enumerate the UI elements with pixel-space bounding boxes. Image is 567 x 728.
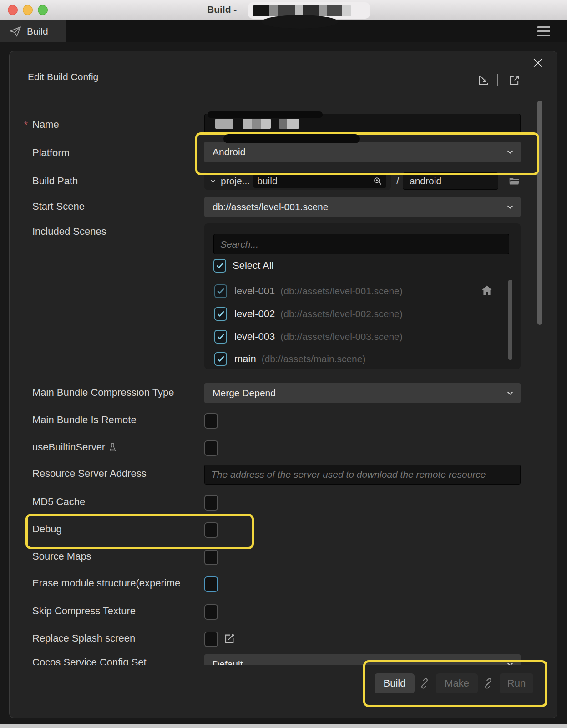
scene-checkbox[interactable]: [214, 330, 227, 344]
cocos-service-config-set-value: Default: [213, 659, 243, 665]
build-path-value: build: [257, 176, 373, 187]
included-scenes-panel: Select All level-001 (db://assets/level-…: [204, 223, 521, 369]
window-title: Build -: [207, 4, 237, 15]
edit-build-config-dialog: Edit Build Config * Name Platform Androi…: [9, 51, 557, 718]
chevron-down-icon: [505, 147, 515, 157]
skip-compress-texture-checkbox[interactable]: [204, 604, 218, 620]
main-bundle-is-remote-checkbox[interactable]: [204, 413, 218, 429]
start-scene-select[interactable]: db://assets/level-001.scene: [204, 197, 521, 217]
build-path-root-select[interactable]: proje... build: [204, 172, 391, 190]
source-maps-label: Source Maps: [32, 551, 91, 562]
scene-row[interactable]: level-001 (db://assets/level-001.scene): [214, 282, 496, 300]
platform-label: Platform: [32, 147, 70, 159]
scene-checkbox[interactable]: [214, 352, 227, 366]
select-all-row[interactable]: Select All: [213, 257, 274, 275]
zoom-traffic-light[interactable]: [38, 5, 48, 15]
platform-select[interactable]: Android: [204, 142, 521, 162]
select-all-label: Select All: [233, 260, 274, 272]
tab-build[interactable]: Build: [0, 20, 66, 42]
use-builtin-server-label: useBuiltinServer: [32, 441, 117, 453]
redaction-blob: [262, 15, 338, 29]
scene-checkbox[interactable]: [214, 307, 227, 321]
panel-divider: [213, 278, 510, 278]
md5-cache-checkbox[interactable]: [204, 495, 218, 511]
scene-checkbox[interactable]: [214, 284, 227, 298]
import-config-icon[interactable]: [476, 74, 490, 87]
flask-icon: [108, 443, 117, 452]
start-scene-label: Start Scene: [32, 201, 85, 212]
cocos-service-config-set-select[interactable]: Default: [204, 654, 521, 665]
compression-type-select[interactable]: Merge Depend: [204, 383, 521, 403]
erase-module-structure-checkbox[interactable]: [204, 576, 218, 592]
debug-label: Debug: [32, 523, 62, 535]
close-traffic-light[interactable]: [8, 5, 18, 15]
use-builtin-server-checkbox[interactable]: [204, 440, 218, 456]
header-icon-separator: [497, 74, 498, 86]
folder-icon[interactable]: [505, 172, 524, 190]
window-bottom-edge: [0, 724, 567, 728]
replace-splash-screen-checkbox[interactable]: [204, 632, 218, 647]
redaction-blob: [223, 134, 360, 143]
scene-list-scrollbar[interactable]: [508, 280, 512, 360]
redaction-block: [243, 119, 271, 129]
minimize-traffic-light[interactable]: [23, 5, 33, 15]
platform-value: Android: [213, 147, 245, 157]
form-scroll-area: * Name Platform Android Build Path proje…: [10, 95, 558, 665]
build-path-label: Build Path: [32, 175, 78, 187]
make-button[interactable]: Make: [436, 673, 478, 693]
build-path-input[interactable]: build: [253, 174, 386, 188]
link-icon[interactable]: [419, 677, 430, 689]
select-all-checkbox[interactable]: [213, 259, 226, 273]
paper-plane-icon: [9, 25, 22, 38]
erase-module-structure-label: Erase module structure(experime: [32, 577, 180, 589]
md5-cache-label: MD5 Cache: [32, 496, 85, 508]
hamburger-menu-icon[interactable]: [537, 26, 550, 36]
chevron-down-icon: [505, 202, 515, 212]
redaction-block: [279, 119, 299, 129]
replace-splash-screen-label: Replace Splash screen: [32, 632, 135, 644]
compression-type-label: Main Bundle Compression Type: [32, 387, 174, 399]
cocos-service-config-set-label: Cocos Service Config Set: [32, 657, 147, 665]
scene-search-input[interactable]: [213, 234, 509, 254]
tab-build-label: Build: [27, 26, 48, 37]
chevron-down-icon: [505, 388, 515, 398]
included-scenes-label: Included Scenes: [32, 226, 106, 238]
scene-row[interactable]: level-003 (db://assets/level-003.scene): [214, 328, 496, 346]
chevron-down-icon: [209, 177, 217, 185]
start-scene-value: db://assets/level-001.scene: [213, 202, 328, 212]
edit-icon[interactable]: [223, 632, 236, 645]
redaction-blob: [208, 111, 323, 118]
path-separator: /: [395, 172, 401, 190]
debug-checkbox[interactable]: [204, 522, 218, 538]
link-icon[interactable]: [482, 677, 494, 689]
search-icon[interactable]: [373, 176, 383, 186]
resource-server-address-input[interactable]: [204, 465, 521, 485]
main-bundle-is-remote-label: Main Bundle Is Remote: [32, 414, 137, 426]
compression-type-value: Merge Depend: [213, 388, 276, 399]
name-label: Name: [32, 119, 59, 131]
run-button[interactable]: Run: [500, 673, 533, 693]
resource-server-address-label: Resource Server Address: [32, 468, 147, 480]
close-icon[interactable]: [531, 56, 545, 70]
skip-compress-texture-label: Skip Compress Texture: [32, 605, 136, 617]
build-subfolder-input[interactable]: [403, 172, 498, 190]
scene-row[interactable]: level-002 (db://assets/level-002.scene): [214, 305, 496, 323]
required-marker: *: [24, 120, 28, 130]
build-path-root: proje...: [221, 176, 250, 187]
export-config-icon[interactable]: [507, 74, 521, 87]
chevron-down-icon: [505, 659, 515, 665]
redaction-block: [215, 119, 233, 129]
source-maps-checkbox[interactable]: [204, 550, 218, 565]
dialog-title: Edit Build Config: [28, 71, 98, 82]
build-button[interactable]: Build: [375, 673, 415, 693]
scene-row[interactable]: main (db://assets/main.scene): [214, 350, 496, 368]
home-icon: [481, 284, 493, 297]
